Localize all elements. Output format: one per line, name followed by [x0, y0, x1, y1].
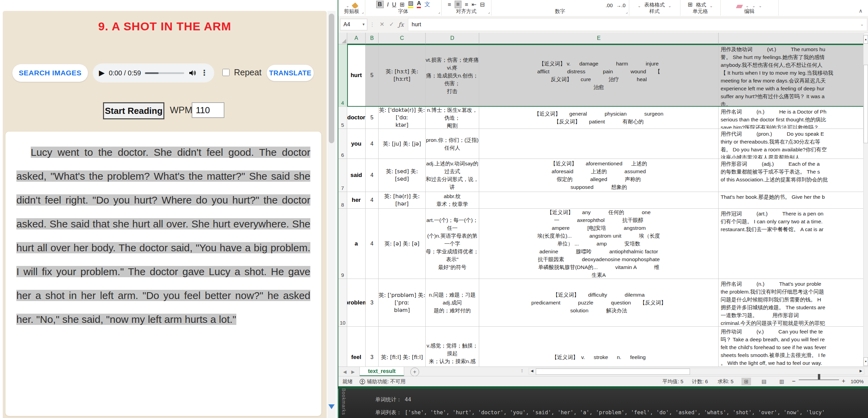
- increase-decimal-icon[interactable]: .00: [606, 2, 613, 8]
- phonetic-guide-icon[interactable]: 文: [424, 0, 430, 8]
- vertical-scrollbar[interactable]: ▲ ▼: [863, 34, 868, 367]
- audio-progress-thumb[interactable]: [145, 72, 159, 74]
- decrease-decimal-icon[interactable]: →.0: [616, 2, 626, 8]
- format-button[interactable]: 格式: [696, 2, 706, 8]
- page-layout-view-icon[interactable]: ▤: [759, 378, 769, 385]
- cond-format-dropdown-icon[interactable]: ⌄: [638, 4, 641, 8]
- fill-color-icon[interactable]: ▨: [408, 0, 413, 8]
- sort-dropdown-icon[interactable]: ⌄: [752, 4, 755, 8]
- align-top-icon[interactable]: ≡: [448, 1, 451, 8]
- cell-word[interactable]: her: [347, 192, 366, 209]
- cancel-entry-icon[interactable]: ✕: [377, 21, 387, 28]
- insert-function-icon[interactable]: ƒx: [396, 21, 406, 28]
- vertical-scrollbar-thumb[interactable]: [864, 65, 868, 143]
- merge-center-icon[interactable]: ⊟: [480, 1, 485, 8]
- cell-count[interactable]: 3: [366, 327, 379, 367]
- format-painter-icon[interactable]: [352, 2, 358, 8]
- zoom-slider-thumb[interactable]: [818, 374, 820, 379]
- new-sheet-icon[interactable]: +: [410, 368, 419, 376]
- find-dropdown-icon[interactable]: ⌄: [759, 4, 762, 8]
- cell-phonetic[interactable]: 英: [hɜːt] 美: [hɜːrt]: [379, 44, 426, 107]
- indent-icon[interactable]: ⇤: [472, 1, 476, 8]
- column-header-b[interactable]: B: [366, 33, 379, 44]
- borders-icon[interactable]: ⊞: [400, 1, 404, 8]
- align-bottom-icon[interactable]: ≡: [465, 1, 468, 8]
- cell-count[interactable]: 4: [366, 192, 379, 209]
- cell-phonetic[interactable]: 英: [sed] 美: [sed]: [379, 159, 426, 192]
- paste-dropdown-icon[interactable]: ⌄: [346, 4, 349, 8]
- cell-usage[interactable]: 用作代词 (pron.) Do you speak E thirty or th…: [719, 129, 864, 159]
- cell-usage[interactable]: 用作名词 (n.) That's your proble the problem…: [719, 279, 864, 327]
- cell-phonetic[interactable]: 英: [ə] 美: [ə]: [379, 209, 426, 279]
- cell-count[interactable]: 3: [366, 279, 379, 327]
- cell-synonyms[interactable]: 【近义词】 aforementioned 上述的 aforesaid 上述的 a…: [479, 159, 719, 192]
- scroll-right-icon[interactable]: ▶: [859, 369, 862, 373]
- sheet-tab-text-result[interactable]: text_result: [359, 367, 404, 376]
- clipboard-dialog-launcher-icon[interactable]: ⌟: [362, 10, 364, 14]
- audio-progress-bar[interactable]: [145, 72, 184, 74]
- format-dropdown-icon[interactable]: ⌄: [710, 4, 713, 8]
- font-color-icon[interactable]: A: [417, 0, 421, 8]
- cell-word[interactable]: doctor: [347, 107, 366, 129]
- cell-word[interactable]: hurt: [347, 44, 366, 107]
- cell-meaning[interactable]: pron.你；你们；(泛指)任何人: [426, 129, 479, 159]
- cell-phonetic[interactable]: 英: [ju] 美: [jə]: [379, 129, 426, 159]
- cell-word[interactable]: feel: [347, 327, 366, 367]
- formula-bar-splitter[interactable]: ⋮: [370, 21, 375, 28]
- formula-input[interactable]: hurt ⌄: [408, 18, 867, 31]
- name-box-dropdown-icon[interactable]: ▼: [362, 23, 365, 26]
- normal-view-icon[interactable]: ⊞: [741, 378, 751, 385]
- cell-synonyms[interactable]: 【近义词】 general physician surgeon 【反义词】 pa…: [479, 107, 719, 129]
- scroll-down-arrow-icon[interactable]: [328, 404, 335, 409]
- zoom-slider[interactable]: [799, 376, 839, 380]
- clear-icon[interactable]: [736, 5, 743, 8]
- zoom-out-icon[interactable]: −: [792, 378, 796, 385]
- cell-word[interactable]: said: [347, 159, 366, 192]
- row-header-5[interactable]: 5: [338, 107, 347, 129]
- cell-synonyms[interactable]: [479, 192, 719, 209]
- row-header-6[interactable]: 6: [338, 129, 347, 159]
- search-images-button[interactable]: SEARCH IMAGES: [12, 64, 88, 82]
- page-break-view-icon[interactable]: ▥: [777, 378, 786, 385]
- underline-button[interactable]: U: [392, 1, 396, 8]
- cell-meaning[interactable]: pron.她(宾格)adj.她的abbr.纹 章术；纹章学(=heraldry): [426, 192, 479, 209]
- cell-synonyms[interactable]: [479, 129, 719, 159]
- passage-text[interactable]: Lucy went to the doctor. She didn't feel…: [16, 140, 310, 331]
- cell-phonetic[interactable]: 英: [fiːl] 美: [fiːl]: [379, 327, 426, 367]
- cell-count[interactable]: 5: [366, 107, 379, 129]
- cell-word[interactable]: problem: [347, 279, 366, 327]
- cell-meaning[interactable]: n.博士；医生v.篡改，伪造； 阉割: [426, 107, 479, 129]
- cell-count[interactable]: 5: [366, 44, 379, 107]
- prev-sheet-icon[interactable]: ◀: [343, 369, 347, 374]
- cell-usage[interactable]: 用作及物动词 (vt.) The rumors hu 誉。 She hurt m…: [719, 44, 864, 107]
- translate-button[interactable]: TRANSLATE: [267, 65, 314, 81]
- italic-button[interactable]: I: [387, 1, 389, 8]
- cell-count[interactable]: 4: [366, 209, 379, 279]
- next-sheet-icon[interactable]: ▶: [351, 369, 355, 374]
- cell-word[interactable]: a: [347, 209, 366, 279]
- start-reading-button[interactable]: Start Reading: [103, 102, 164, 119]
- font-dialog-launcher-icon[interactable]: ⌟: [438, 10, 440, 14]
- cell-phonetic[interactable]: 英: ['prɒbləm] 美: ['prɑː bləm]: [379, 279, 426, 327]
- wpm-input[interactable]: [192, 102, 224, 118]
- row-header-11[interactable]: 11: [338, 327, 347, 367]
- select-all-corner[interactable]: [338, 33, 347, 44]
- cell-meaning[interactable]: adj.上述的v.动词say的过去式 和过去分词形式，说，讲: [426, 159, 479, 192]
- page-scrollbar-thumb[interactable]: [329, 14, 334, 143]
- cell-meaning[interactable]: n.问题；难题；习题adj.成问 题的；难对付的: [426, 279, 479, 327]
- cell-styles-dropdown-icon[interactable]: ⌄: [668, 4, 671, 8]
- scroll-left-icon[interactable]: ◀: [531, 369, 533, 373]
- align-middle-icon[interactable]: ≡: [455, 1, 461, 8]
- cell-word[interactable]: you: [347, 129, 366, 159]
- column-header-f[interactable]: [719, 33, 864, 44]
- scroll-down-icon[interactable]: ▼: [864, 357, 868, 366]
- number-dialog-launcher-icon[interactable]: ⌟: [626, 10, 628, 14]
- cell-usage[interactable]: 用作形容词 (adj.) Each of the a 的每数量都能被等于或不等于…: [719, 159, 864, 192]
- name-box[interactable]: A4 ▼: [340, 19, 367, 30]
- cell-usage[interactable]: 用作动词 (v.) Can you feel the te 吗？ Take a …: [719, 327, 864, 367]
- zoom-in-icon[interactable]: +: [842, 378, 845, 385]
- column-header-c[interactable]: C: [379, 33, 426, 44]
- cell-count[interactable]: 4: [366, 129, 379, 159]
- repeat-checkbox[interactable]: [222, 69, 230, 76]
- column-header-d[interactable]: D: [426, 33, 479, 44]
